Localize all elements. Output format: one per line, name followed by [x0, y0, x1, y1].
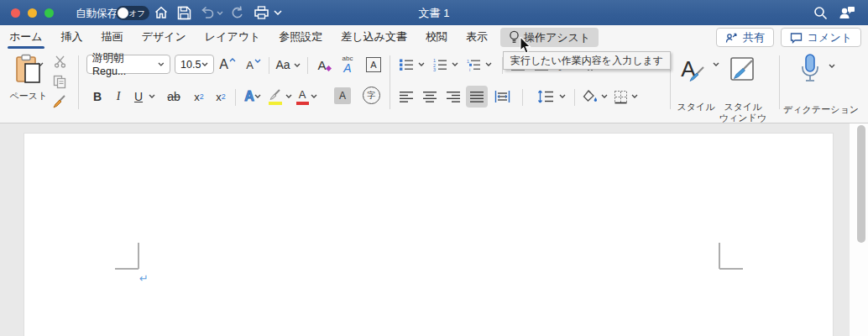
- document-page[interactable]: ↵: [24, 133, 834, 336]
- bullets-chevron-icon[interactable]: [418, 62, 425, 66]
- quick-access-chevron-icon[interactable]: [272, 4, 284, 21]
- toggle-knob: [118, 8, 128, 18]
- bullets-button[interactable]: [397, 55, 416, 74]
- enclose-characters-button[interactable]: 字: [363, 87, 380, 104]
- superscript-button[interactable]: x2: [212, 87, 230, 106]
- document-area[interactable]: ↵: [0, 123, 868, 336]
- paste-menu-chevron-icon[interactable]: [37, 62, 44, 66]
- paste-button[interactable]: [10, 54, 47, 86]
- tab-view[interactable]: 表示: [457, 25, 497, 49]
- tab-draw[interactable]: 描画: [92, 25, 133, 49]
- paragraph-mark: ↵: [139, 272, 149, 285]
- character-shading-button[interactable]: A: [334, 87, 351, 104]
- numbering-chevron-icon[interactable]: [452, 62, 458, 66]
- autosave-state-label: オフ: [129, 8, 145, 19]
- justify-button[interactable]: [466, 86, 488, 108]
- styles-brush-icon: [688, 66, 706, 84]
- svg-text:3: 3: [433, 67, 436, 71]
- styles-chevron-icon[interactable]: [713, 62, 719, 66]
- minimize-window-button[interactable]: [28, 8, 37, 18]
- numbering-button[interactable]: 123: [431, 55, 449, 74]
- tab-tell-me[interactable]: 操作アシスト: [500, 28, 599, 47]
- redo-icon[interactable]: [228, 4, 247, 21]
- format-painter-icon[interactable]: [51, 94, 68, 109]
- italic-button[interactable]: I: [111, 87, 126, 106]
- styles-button[interactable]: A: [677, 52, 710, 86]
- zoom-window-button[interactable]: [44, 8, 54, 18]
- tab-references[interactable]: 参照設定: [269, 25, 332, 49]
- tab-insert[interactable]: 挿入: [52, 25, 92, 49]
- ribbon-tabs: ホーム 挿入 描画 デザイン レイアウト 参照設定 差し込み文書 校閲 表示 操…: [0, 25, 868, 49]
- font-size-chevron-icon: [201, 62, 208, 66]
- titlebar: 自動保存 オフ 文書 1: [0, 0, 868, 25]
- borders-button[interactable]: [611, 87, 630, 106]
- print-icon[interactable]: [252, 4, 270, 21]
- home-icon[interactable]: [152, 4, 170, 21]
- font-name-combo[interactable]: 游明朝 Regu...: [86, 55, 170, 74]
- undo-menu-chevron-icon[interactable]: [215, 4, 225, 21]
- multilevel-list-button[interactable]: 1i: [464, 55, 483, 74]
- tab-home[interactable]: ホーム: [0, 25, 52, 49]
- underline-chevron-icon[interactable]: [149, 94, 155, 98]
- phonetic-guide-button[interactable]: abc A: [337, 54, 358, 76]
- grow-font-button[interactable]: A: [217, 55, 238, 74]
- dictation-button[interactable]: [797, 52, 823, 86]
- search-icon[interactable]: [811, 4, 829, 21]
- paste-clipboard-icon: [14, 54, 43, 86]
- text-effects-chevron-icon[interactable]: [254, 94, 261, 98]
- bold-button[interactable]: B: [89, 87, 106, 106]
- subscript-button[interactable]: x2: [190, 87, 208, 106]
- font-size-combo[interactable]: 10.5: [175, 55, 214, 74]
- tab-layout[interactable]: レイアウト: [196, 25, 270, 49]
- share-button[interactable]: 共有: [716, 28, 774, 47]
- font-name-chevron-icon: [158, 62, 165, 66]
- line-spacing-chevron-icon[interactable]: [559, 94, 566, 98]
- tab-review[interactable]: 校閲: [416, 25, 457, 49]
- autosave-label: 自動保存: [76, 7, 118, 21]
- tab-mailings[interactable]: 差し込み文書: [332, 25, 416, 49]
- font-color-swatch: [296, 102, 309, 105]
- font-color-button[interactable]: A: [294, 86, 311, 108]
- svg-text:i: i: [469, 67, 470, 72]
- comments-button[interactable]: コメント: [781, 28, 861, 47]
- character-border-button[interactable]: A: [366, 57, 381, 72]
- highlight-chevron-icon[interactable]: [285, 94, 292, 98]
- shrink-font-button[interactable]: A: [243, 55, 264, 74]
- multilevel-chevron-icon[interactable]: [485, 62, 492, 66]
- font-color-chevron-icon[interactable]: [311, 94, 317, 98]
- clear-formatting-button[interactable]: A: [315, 55, 335, 74]
- shading-bucket-button[interactable]: [581, 87, 599, 106]
- margin-corner-mark-left: [138, 243, 139, 269]
- align-center-button[interactable]: [421, 87, 439, 106]
- word-window: 自動保存 オフ 文書 1: [0, 0, 868, 336]
- lightbulb-icon: [509, 30, 520, 45]
- autosave-toggle[interactable]: オフ: [116, 6, 149, 20]
- strikethrough-button[interactable]: ab: [163, 87, 185, 106]
- close-window-button[interactable]: [11, 8, 20, 18]
- shading-chevron-icon[interactable]: [601, 94, 608, 98]
- account-icon[interactable]: [837, 4, 855, 21]
- borders-chevron-icon[interactable]: [631, 94, 638, 98]
- cut-icon[interactable]: [51, 54, 68, 69]
- change-case-button[interactable]: Aa: [275, 55, 301, 74]
- underline-button[interactable]: U: [131, 87, 146, 106]
- comment-icon: [790, 32, 803, 44]
- line-spacing-button[interactable]: [536, 87, 556, 106]
- dictation-chevron-icon[interactable]: [829, 64, 835, 68]
- save-icon[interactable]: [175, 4, 193, 21]
- distribute-text-button[interactable]: [493, 87, 511, 106]
- highlight-color-button[interactable]: [266, 86, 285, 108]
- svg-text:1: 1: [467, 59, 469, 64]
- share-icon: [725, 32, 738, 44]
- vertical-scrollbar[interactable]: [850, 123, 868, 336]
- align-left-button[interactable]: [397, 87, 416, 106]
- align-right-button[interactable]: [444, 87, 463, 106]
- undo-icon[interactable]: [198, 4, 217, 21]
- ribbon: ペースト 游明朝 Regu... 10.5 A A Aa: [0, 49, 868, 123]
- tab-design[interactable]: デザイン: [133, 25, 196, 49]
- scrollbar-thumb[interactable]: [857, 125, 865, 243]
- paste-label: ペースト: [2, 91, 55, 102]
- styles-window-button[interactable]: [727, 54, 759, 86]
- copy-icon[interactable]: [51, 74, 68, 89]
- styles-window-label: スタイル ウィンドウ: [716, 102, 770, 123]
